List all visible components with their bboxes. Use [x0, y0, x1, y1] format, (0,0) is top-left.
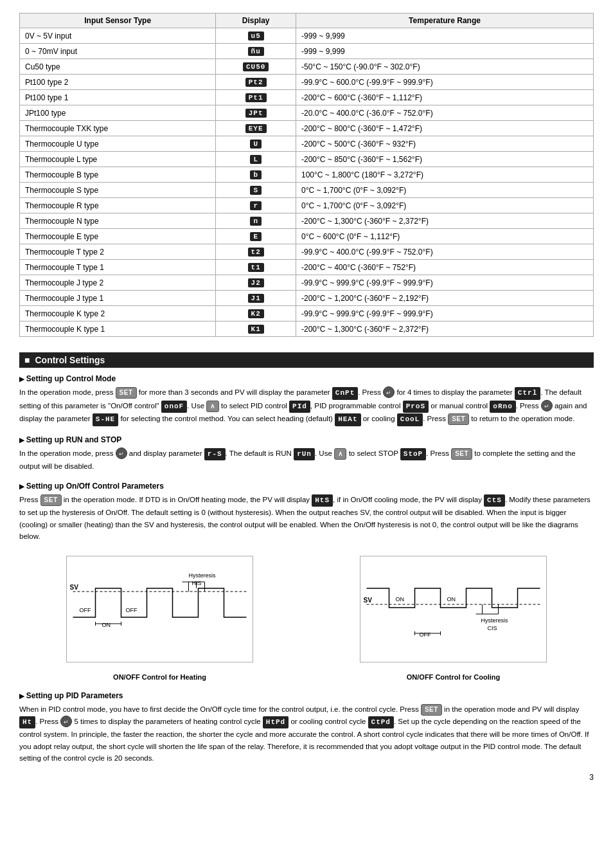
subsection-pid-title: Setting up PID Parameters — [19, 691, 594, 700]
col-header-range: Temperature Range — [296, 14, 594, 28]
sensor-range-cell: -99.9°C ~ 400.0°C (-99.9°F ~ 752.0°F) — [296, 244, 594, 260]
svg-text:ON: ON — [447, 596, 456, 602]
subsection-pid: Setting up PID Parameters When in PID co… — [19, 691, 594, 764]
pid-text: When in PID control mode, you have to fi… — [19, 703, 594, 764]
sensor-range-cell: -20.0°C ~ 400.0°C (-36.0°F ~ 752.0°F) — [296, 105, 594, 121]
sensor-display-cell: EYE — [216, 121, 296, 136]
svg-text:ON: ON — [102, 622, 111, 628]
table-row: 0V ~ 5V inputu5-999 ~ 9,999 — [20, 28, 594, 44]
sensor-type-cell: Thermocouple U type — [20, 136, 216, 152]
sensor-display-cell: b — [216, 167, 296, 183]
onoff-text: Press SET in the operation mode. If DTD … — [19, 494, 594, 543]
table-row: Thermocouple J type 2J2-99.9°C ~ 999.9°C… — [20, 275, 594, 291]
sensor-type-cell: Thermocouple J type 2 — [20, 275, 216, 291]
subsection-control-mode-title: Setting up Control Mode — [19, 374, 594, 383]
diagram-cooling: SV Hysteresis CIS ON ON OFF — [313, 553, 594, 681]
sensor-display-cell: L — [216, 152, 296, 167]
subsection-run-stop-title: Setting up RUN and STOP — [19, 435, 594, 444]
stop-display: StoP — [400, 448, 426, 461]
svg-text:SV: SV — [364, 597, 373, 604]
set-button-pid: SET — [421, 704, 442, 716]
sensor-range-cell: -200°C ~ 600°C (-360°F ~ 1,112°F) — [296, 90, 594, 105]
set-button-badge2: SET — [448, 413, 469, 425]
sensor-display-cell: J2 — [216, 275, 296, 291]
set-button-badge: SET — [116, 387, 137, 399]
control-settings-section: Control Settings Setting up Control Mode… — [19, 352, 594, 764]
sensor-display-cell: E — [216, 229, 296, 244]
sensor-range-cell: -999 ~ 9,999 — [296, 44, 594, 59]
svg-text:SV: SV — [70, 584, 79, 591]
orno-display: oRno — [490, 401, 515, 413]
sensor-type-cell: 0V ~ 5V input — [20, 28, 216, 44]
sensor-display-cell: u5 — [216, 28, 296, 44]
table-row: Thermocouple N typen-200°C ~ 1,300°C (-3… — [20, 213, 594, 229]
up-arrow-run: ∧ — [334, 448, 347, 460]
sensor-display-cell: K1 — [216, 321, 296, 337]
sensor-display-cell: U — [216, 136, 296, 152]
hts-display: HtS — [312, 494, 333, 507]
control-mode-text: In the operation mode, press SET for mor… — [19, 386, 594, 426]
enter-button-badge2: ↵ — [541, 400, 553, 411]
svg-text:OFF: OFF — [126, 607, 138, 613]
sensor-range-cell: -200°C ~ 500°C (-360°F ~ 932°F) — [296, 136, 594, 152]
table-row: Thermocouple R typer0°C ~ 1,700°C (0°F ~… — [20, 198, 594, 213]
diagrams-row: SV Hysteresis HIS OFF OFF ON — [19, 553, 594, 681]
run-stop-text: In the operation mode, press ↵ and displ… — [19, 448, 594, 473]
sensor-range-cell: 100°C ~ 1,800°C (180°F ~ 3,272°F) — [296, 167, 594, 183]
sensor-type-cell: Thermocouple S type — [20, 183, 216, 198]
sensor-range-cell: 0°C ~ 1,700°C (0°F ~ 3,092°F) — [296, 183, 594, 198]
svg-text:HIS: HIS — [192, 580, 202, 586]
sensor-display-cell: t1 — [216, 260, 296, 275]
sensor-type-cell: Thermocouple L type — [20, 152, 216, 167]
sensor-table: Input Sensor Type Display Temperature Ra… — [19, 13, 594, 337]
sensor-range-cell: -50°C ~ 150°C (-90.0°F ~ 302.0°F) — [296, 59, 594, 75]
sensor-display-cell: JPt — [216, 105, 296, 121]
enter-button-pid: ↵ — [60, 716, 72, 727]
sensor-type-cell: Cu50 type — [20, 59, 216, 75]
svg-text:OFF: OFF — [420, 631, 431, 638]
table-row: Thermocouple S typeS0°C ~ 1,700°C (0°F ~… — [20, 183, 594, 198]
sensor-range-cell: 0°C ~ 600°C (0°F ~ 1,112°F) — [296, 229, 594, 244]
subsection-control-mode: Setting up Control Mode In the operation… — [19, 374, 594, 426]
svg-text:OFF: OFF — [80, 607, 91, 613]
sensor-display-cell: S — [216, 183, 296, 198]
sensor-display-cell: Pt2 — [216, 75, 296, 90]
subsection-onoff: Setting up On/Off Control Parameters Pre… — [19, 482, 594, 681]
table-row: Pt100 type 2Pt2-99.9°C ~ 600.0°C (-99.9°… — [20, 75, 594, 90]
diagram-heating: SV Hysteresis HIS OFF OFF ON — [19, 553, 300, 681]
sensor-range-cell: -200°C ~ 850°C (-360°F ~ 1,562°F) — [296, 152, 594, 167]
heat-display: HEAt — [335, 413, 360, 426]
svg-rect-15 — [360, 556, 547, 662]
htpd-display: HtPd — [263, 716, 289, 729]
ht-display: Ht — [19, 716, 35, 729]
sensor-type-cell: Thermocouple T type 1 — [20, 260, 216, 275]
sensor-range-cell: -200°C ~ 1,300°C (-360°F ~ 2,372°F) — [296, 321, 594, 337]
sensor-range-cell: -99.9°C ~ 600.0°C (-99.9°F ~ 999.9°F) — [296, 75, 594, 90]
subsection-onoff-title: Setting up On/Off Control Parameters — [19, 482, 594, 491]
sensor-type-cell: Thermocouple B type — [20, 167, 216, 183]
table-row: 0 ~ 70mV inputñu-999 ~ 9,999 — [20, 44, 594, 59]
svg-rect-0 — [67, 556, 253, 662]
sensor-display-cell: Pt1 — [216, 90, 296, 105]
sensor-range-cell: -200°C ~ 400°C (-360°F ~ 752°F) — [296, 260, 594, 275]
pid-display: PId — [289, 401, 310, 413]
sensor-range-cell: -99.9°C ~ 999.9°C (-99.9°F ~ 999.9°F) — [296, 306, 594, 321]
col-header-display: Display — [216, 14, 296, 28]
enter-button-badge: ↵ — [383, 386, 395, 398]
sensor-type-cell: JPt100 type — [20, 105, 216, 121]
sensor-range-cell: -99.9°C ~ 999.9°C (-99.9°F ~ 999.9°F) — [296, 275, 594, 291]
up-arrow-badge: ∧ — [206, 401, 219, 412]
set-button-onoff: SET — [40, 494, 62, 506]
sensor-type-cell: Thermocouple K type 2 — [20, 306, 216, 321]
sensor-range-cell: -999 ~ 9,999 — [296, 28, 594, 44]
table-row: Pt100 type 1Pt1-200°C ~ 600°C (-360°F ~ … — [20, 90, 594, 105]
col-header-type: Input Sensor Type — [20, 14, 216, 28]
sensor-type-cell: Thermocouple T type 2 — [20, 244, 216, 260]
sensor-display-cell: CU50 — [216, 59, 296, 75]
sensor-range-cell: -200°C ~ 1,300°C (-360°F ~ 2,372°F) — [296, 213, 594, 229]
sensor-display-cell: K2 — [216, 306, 296, 321]
svg-text:Hysteresis: Hysteresis — [481, 617, 509, 624]
svg-text:Hysteresis: Hysteresis — [189, 572, 217, 579]
sensor-range-cell: -200°C ~ 1,200°C (-360°F ~ 2,192°F) — [296, 291, 594, 306]
sensor-type-cell: 0 ~ 70mV input — [20, 44, 216, 59]
